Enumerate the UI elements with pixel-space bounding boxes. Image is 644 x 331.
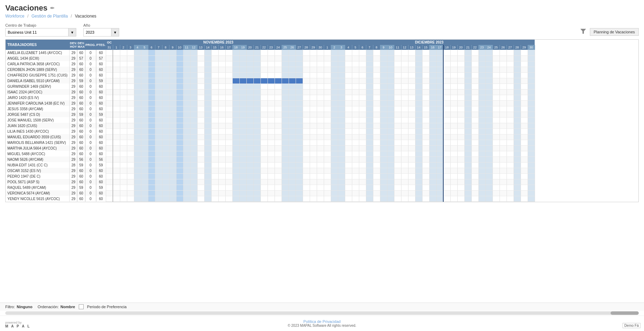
td-dec-2[interactable] [331,134,338,140]
td-dec-30[interactable] [528,185,535,190]
td-dec-20[interactable] [457,185,464,190]
td-nov-23[interactable] [268,140,275,145]
td-dec-25[interactable] [492,162,500,168]
td-nov-1[interactable] [113,112,120,117]
td-nov-14[interactable] [204,157,211,162]
td-dec-22[interactable] [471,190,478,196]
td-dec-1[interactable] [324,117,331,123]
td-nov-15[interactable] [211,190,218,196]
td-dec-6[interactable] [359,67,366,72]
td-nov-9[interactable] [169,112,176,117]
td-nov-8[interactable] [162,123,169,128]
td-nov-30[interactable] [317,123,324,128]
td-nov-9[interactable] [169,145,176,151]
td-dec-11[interactable] [394,140,401,145]
td-nov-7[interactable] [155,67,162,72]
td-dec-22[interactable] [471,72,478,78]
td-dec-5[interactable] [352,173,359,179]
td-nov-18[interactable] [232,162,239,168]
td-nov-30[interactable] [317,128,324,134]
td-dec-5[interactable] [352,134,359,140]
td-nov-28[interactable] [303,78,310,84]
td-nov-14[interactable] [204,190,211,196]
td-nov-30[interactable] [317,179,324,185]
td-nov-1[interactable] [113,117,120,123]
td-dec-20[interactable] [457,100,464,106]
td-nov-26[interactable] [289,89,296,95]
td-dec-11[interactable] [394,50,401,55]
td-dec-8[interactable] [373,145,380,151]
td-dec-7[interactable] [366,89,373,95]
td-nov-17[interactable] [225,145,232,151]
td-nov-10[interactable] [176,185,183,190]
td-dec-7[interactable] [366,72,373,78]
td-dec-7[interactable] [366,61,373,67]
td-nov-14[interactable] [204,151,211,157]
td-dec-6[interactable] [359,89,366,95]
td-nov-8[interactable] [162,162,169,168]
td-nov-10[interactable] [176,151,183,157]
td-nov-14[interactable] [204,112,211,117]
td-dec-1[interactable] [324,190,331,196]
td-dec-17[interactable] [436,50,443,55]
td-nov-26[interactable] [289,123,296,128]
td-dec-28[interactable] [514,72,521,78]
td-nov-11[interactable] [183,162,190,168]
td-nov-16[interactable] [218,173,225,179]
td-dec-4[interactable] [345,162,352,168]
td-nov-30[interactable] [317,168,324,173]
td-nov-21[interactable] [253,151,260,157]
td-dec-23[interactable] [478,173,485,179]
td-dec-1[interactable] [324,106,331,112]
td-nov-8[interactable] [162,95,169,100]
td-dec-13[interactable] [408,100,415,106]
td-nov-11[interactable] [183,55,190,61]
td-nov-2[interactable] [120,168,127,173]
td-dec-6[interactable] [359,140,366,145]
td-nov-2[interactable] [120,89,127,95]
td-nov-26[interactable] [289,67,296,72]
td-nov-8[interactable] [162,112,169,117]
td-dec-2[interactable] [331,72,338,78]
td-dec-22[interactable] [471,179,478,185]
td-nov-30[interactable] [317,173,324,179]
td-dec-2[interactable] [331,157,338,162]
td-nov-6[interactable] [148,78,155,84]
td-nov-10[interactable] [176,123,183,128]
td-dec-18[interactable] [443,61,450,67]
td-nov-29[interactable] [310,61,317,67]
td-nov-20[interactable] [246,61,253,67]
td-nov-25[interactable] [282,84,289,89]
td-nov-18[interactable] [232,123,239,128]
td-nov-25[interactable] [282,145,289,151]
td-dec-8[interactable] [373,151,380,157]
td-dec-3[interactable] [338,140,345,145]
td-dec-28[interactable] [514,134,521,140]
td-nov-15[interactable] [211,162,218,168]
td-nov-20[interactable] [246,151,253,157]
td-dec-14[interactable] [415,84,422,89]
td-dec-18[interactable] [443,128,450,134]
td-dec-9[interactable] [380,112,387,117]
td-nov-9[interactable] [169,84,176,89]
td-dec-23[interactable] [478,157,485,162]
td-nov-17[interactable] [225,173,232,179]
td-nov-2[interactable] [120,185,127,190]
td-oct-31[interactable] [106,67,113,72]
td-nov-22[interactable] [260,128,268,134]
td-nov-23[interactable] [268,100,275,106]
table-row[interactable]: NUBIA EDIT 1431 (CC C)2859059 [6,162,535,168]
td-dec-13[interactable] [408,50,415,55]
td-dec-13[interactable] [408,112,415,117]
td-dec-7[interactable] [366,100,373,106]
td-nov-21[interactable] [253,157,260,162]
td-dec-11[interactable] [394,67,401,72]
td-nov-16[interactable] [218,50,225,55]
td-nov-2[interactable] [120,190,127,196]
td-nov-3[interactable] [127,89,134,95]
td-dec-9[interactable] [380,78,387,84]
td-nov-7[interactable] [155,162,162,168]
td-nov-25[interactable] [282,89,289,95]
td-dec-5[interactable] [352,112,359,117]
td-dec-6[interactable] [359,50,366,55]
